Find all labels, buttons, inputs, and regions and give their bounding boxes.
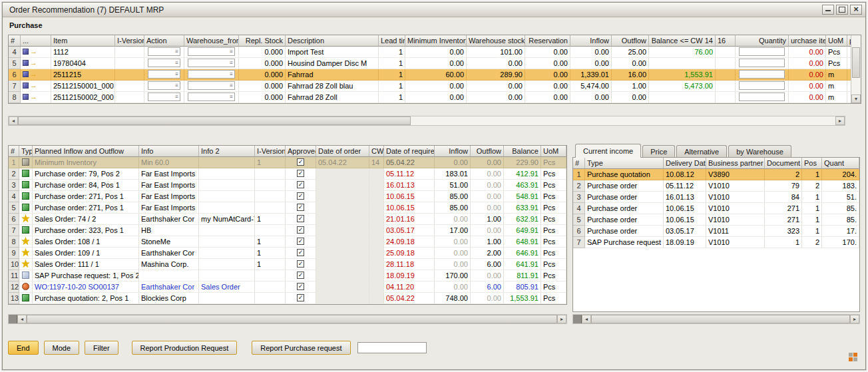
link-arrow-icon[interactable] xyxy=(30,69,37,79)
column-header-1[interactable]: ... xyxy=(21,35,51,47)
column-header-document[interactable]: Document xyxy=(765,158,802,169)
column-header-outflow[interactable]: Outflow xyxy=(612,35,649,47)
column-header-balance-cw-14[interactable]: Balance <= CW 14 xyxy=(649,35,716,47)
link-arrow-icon[interactable] xyxy=(30,58,37,68)
income-horizontal-scrollbar[interactable] xyxy=(572,314,860,324)
filter-button[interactable]: Filter xyxy=(85,341,118,355)
table-row[interactable]: 7SAP Purchase request18.09.19V101012170. xyxy=(573,237,859,248)
approved-checkbox[interactable] xyxy=(297,283,304,290)
column-header-pos[interactable]: Pos xyxy=(802,158,822,169)
column-header-item[interactable]: Item xyxy=(51,35,115,47)
choose-from-list-input[interactable] xyxy=(148,81,180,90)
table-row[interactable]: 10Sales Order: 111 / 1Mashina Corp.128.1… xyxy=(9,259,566,270)
column-header-business-partner[interactable]: Business partner xyxy=(706,158,765,169)
column-header-0[interactable]: # xyxy=(9,35,21,47)
titlebar[interactable]: Order Recommendation (7) DEFAULT MRP xyxy=(3,3,865,17)
approved-checkbox[interactable] xyxy=(297,181,304,188)
scroll-right-icon[interactable] xyxy=(850,315,859,323)
quantity-input[interactable] xyxy=(739,47,785,56)
column-header-repl-stock[interactable]: Repl. Stock xyxy=(239,35,286,47)
quantity-input[interactable] xyxy=(739,70,785,79)
column-header-action[interactable]: Action xyxy=(144,35,184,47)
column-header-0[interactable]: # xyxy=(573,158,585,169)
column-header-date-of-requiren[interactable]: Date of requiren xyxy=(384,146,435,157)
table-row[interactable]: 12WO:1197-10-20 SO00137Earthshaker CorSa… xyxy=(9,281,566,293)
choose-from-list-icon[interactable] xyxy=(174,71,180,78)
end-button[interactable]: End xyxy=(8,341,39,355)
link-arrow-icon[interactable] xyxy=(30,92,37,102)
table-row[interactable]: 5197804040.000Housind Damper Disc M10.00… xyxy=(9,58,851,69)
choose-from-list-icon[interactable] xyxy=(228,71,234,78)
approved-checkbox[interactable] xyxy=(297,204,304,211)
choose-from-list-input[interactable] xyxy=(188,47,235,56)
table-row[interactable]: 5Purchase order10.06.15V1010271185. xyxy=(573,214,859,226)
tab-current-income[interactable]: Current income xyxy=(575,144,641,158)
column-header-minimum-inventory[interactable]: Minimum Inventory xyxy=(405,35,467,47)
table-row[interactable]: 3Purchase order: 84, Pos 1Far East Impor… xyxy=(9,180,566,191)
table-row[interactable]: 411120.000Import Test10.00101.000.000.00… xyxy=(9,47,851,58)
approved-checkbox[interactable] xyxy=(297,170,304,177)
table-row[interactable]: 1Purchase quotation10.08.12V389021204. xyxy=(573,169,859,180)
column-header-inflow[interactable]: Inflow xyxy=(570,35,612,47)
planned-inflow-outflow[interactable]: WO:1197-10-20 SO00137 xyxy=(33,281,139,293)
scrollbar-thumb[interactable] xyxy=(852,47,860,78)
close-icon[interactable] xyxy=(850,5,862,15)
table-row[interactable]: 625112150.000Fahrrad160.00289.900.001,33… xyxy=(9,69,851,81)
choose-from-list-icon[interactable] xyxy=(228,59,234,67)
table-row[interactable]: 4Purchase order10.06.15V1010271185. xyxy=(573,203,859,214)
choose-from-list-icon[interactable] xyxy=(174,82,180,89)
items-horizontal-scrollbar[interactable] xyxy=(8,116,845,126)
choose-from-list-icon[interactable] xyxy=(228,48,234,55)
column-header-i-version[interactable]: I-Version xyxy=(115,35,144,47)
scroll-right-icon[interactable] xyxy=(557,315,566,323)
approved-checkbox[interactable] xyxy=(297,215,304,222)
table-row[interactable]: 4Purchase order: 271, Pos 1Far East Impo… xyxy=(9,191,566,202)
column-header-planned-inflow-and-outflow[interactable]: Planned Inflow and Outflow xyxy=(33,146,139,157)
choose-from-list-icon[interactable] xyxy=(174,93,180,100)
choose-from-list-input[interactable] xyxy=(148,93,180,101)
approved-checkbox[interactable] xyxy=(297,260,304,268)
tab-by-warehouse[interactable]: by Warehouse xyxy=(728,145,791,158)
quantity-input[interactable] xyxy=(739,81,785,90)
minimize-icon[interactable] xyxy=(822,5,834,15)
resize-grip-icon[interactable] xyxy=(849,353,857,361)
column-freeze-handle[interactable] xyxy=(9,315,17,323)
column-header-outflow[interactable]: Outflow xyxy=(471,146,504,157)
column-header-typ[interactable]: Typ xyxy=(19,146,33,157)
approved-checkbox[interactable] xyxy=(297,226,304,234)
choose-from-list-icon[interactable] xyxy=(228,93,234,100)
scroll-down-icon[interactable] xyxy=(851,94,861,103)
choose-from-list-icon[interactable] xyxy=(174,48,180,55)
approved-checkbox[interactable] xyxy=(297,192,304,200)
choose-from-list-icon[interactable] xyxy=(174,59,180,67)
column-header-date-of-order[interactable]: Date of order xyxy=(316,146,369,157)
column-header-info-2[interactable]: Info 2 xyxy=(199,146,255,157)
column-header-warehouse-stock[interactable]: Warehouse stock xyxy=(467,35,525,47)
approved-checkbox[interactable] xyxy=(297,294,304,301)
table-row[interactable]: 6Sales Order: 74 / 2Earthshaker Cormy Nu… xyxy=(9,214,566,225)
column-header-lead-time[interactable]: Lead time xyxy=(379,35,405,47)
scroll-right-icon[interactable] xyxy=(835,116,845,125)
table-row[interactable]: 725112150001_0000.000Fahrrad 28 Zoll bla… xyxy=(9,81,851,92)
table-row[interactable]: 3Purchase order16.01.13V101084151. xyxy=(573,192,859,203)
mode-button[interactable]: Mode xyxy=(44,341,80,355)
column-header-description[interactable]: Description xyxy=(286,35,379,47)
vertical-scrollbar[interactable] xyxy=(851,35,861,103)
column-header-info[interactable]: Info xyxy=(139,146,199,157)
quantity-input[interactable] xyxy=(739,59,785,67)
table-row[interactable]: 7Purchase order: 323, Pos 1HB03.05.1717.… xyxy=(9,225,566,236)
table-row[interactable]: 5Purchase order: 271, Pos 1Far East Impo… xyxy=(9,202,566,214)
choose-from-list-input[interactable] xyxy=(188,93,235,101)
choose-from-list-input[interactable] xyxy=(148,47,180,56)
table-row[interactable]: 9Sales Order: 109 / 1Earthshaker Cor125.… xyxy=(9,248,566,259)
choose-from-list-input[interactable] xyxy=(188,81,235,90)
scrollbar-thumb[interactable] xyxy=(591,315,850,323)
choose-from-list-input[interactable] xyxy=(148,70,180,79)
column-header-balance[interactable]: Balance xyxy=(504,146,541,157)
quantity-input[interactable] xyxy=(739,93,785,101)
scroll-left-icon[interactable] xyxy=(582,315,591,323)
column-header-cw[interactable]: CW xyxy=(369,146,384,157)
choose-from-list-input[interactable] xyxy=(148,59,180,67)
table-row[interactable]: 2Purchase order: 79, Pos 2Far East Impor… xyxy=(9,168,566,180)
column-header-uom[interactable]: UoM xyxy=(826,35,847,47)
